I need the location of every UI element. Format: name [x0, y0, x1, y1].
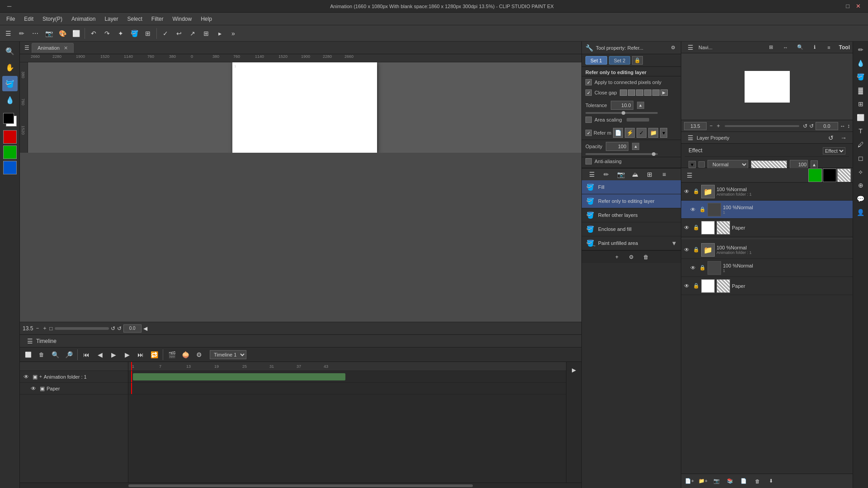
fill-option-enclose[interactable]: 🪣 Enclose and fill	[582, 222, 681, 236]
layer-item-anim-folder-1[interactable]: 👁 🔒 📁 100 %Normal Animation folder : 1	[681, 183, 853, 201]
nav-zoom-in-btn[interactable]: ＋	[716, 122, 721, 130]
toolbar-check1-button[interactable]: ✓	[159, 27, 172, 40]
menu-file[interactable]: File	[2, 14, 19, 23]
tool-hand-button[interactable]: ✋	[2, 60, 18, 75]
gap-seg-2[interactable]	[628, 89, 635, 96]
layer-item-normal-2[interactable]: 👁 🔒 100 %Normal 1	[681, 259, 853, 277]
nav-zoom-out-btn[interactable]: －	[708, 122, 714, 130]
stp-mountain-button[interactable]: ⛰	[629, 168, 642, 181]
layer-vis-paper-1[interactable]: 👁	[684, 225, 691, 231]
gap-seg-3[interactable]	[636, 89, 643, 96]
stp-settings2-button[interactable]: ⚙	[625, 251, 638, 263]
nav-icon-3[interactable]: 🔍	[794, 42, 807, 54]
toolbar-transform-button[interactable]: ⊞	[142, 27, 154, 40]
toolbar-brush-button[interactable]: ✏	[15, 27, 28, 40]
gap-seg-4[interactable]	[644, 89, 651, 96]
ll-green-swatch[interactable]	[808, 169, 822, 182]
tolerance-slider[interactable]	[585, 112, 658, 114]
tl-last-frame-button[interactable]: ⏭	[134, 348, 147, 361]
layer-vis-anim-folder-2[interactable]: 👁	[684, 247, 691, 253]
navigator-mini-view[interactable]	[745, 71, 790, 103]
nav-zoom-input[interactable]	[684, 122, 707, 130]
close-gap-checkbox[interactable]: ✓	[585, 89, 592, 96]
set1-button[interactable]: Set 1	[585, 56, 607, 65]
tool-eyedropper-button[interactable]: 💧	[2, 92, 18, 108]
blue-color-button[interactable]	[3, 161, 17, 174]
gap-seg-5[interactable]	[652, 89, 660, 96]
layer-color-box[interactable]	[698, 161, 705, 168]
layer-item-normal-1[interactable]: 👁 🔒 100 %Normal 1	[681, 201, 853, 219]
set2-button[interactable]: Set 2	[609, 56, 631, 65]
nav-icon-4[interactable]: ℹ	[808, 42, 821, 54]
playhead[interactable]	[131, 362, 132, 371]
stp-camera-button[interactable]: 📷	[614, 168, 627, 181]
menu-help[interactable]: Help	[196, 14, 217, 23]
ri-frame-btn[interactable]: ⬜	[854, 111, 867, 124]
layer-item-anim-folder-2[interactable]: 👁 🔒 📁 100 %Normal Animation folder : 1	[681, 241, 853, 259]
ri-eraser-btn[interactable]: ◻	[854, 152, 867, 164]
tl-first-frame-button[interactable]: ⏮	[80, 348, 93, 361]
menu-window[interactable]: Window	[168, 14, 196, 23]
nav-flip-h-btn[interactable]: ↔	[840, 123, 845, 129]
ri-text-btn[interactable]: T	[854, 125, 867, 137]
ll-new-folder-btn[interactable]: 📁+	[697, 475, 709, 488]
toolbar-expand-button[interactable]: ▸	[213, 27, 226, 40]
tl-delete-frame-button[interactable]: 🗑	[35, 348, 48, 361]
ri-person-btn[interactable]: 👤	[854, 206, 867, 219]
toolbar-camera-button[interactable]: 📷	[42, 27, 55, 40]
minimize-button[interactable]: ─	[5, 3, 14, 9]
layer-opacity-up[interactable]: ▲	[811, 160, 818, 169]
ll-stack-btn[interactable]: 📚	[724, 475, 736, 488]
stp-menu-button[interactable]: ☰	[585, 168, 598, 181]
toolbar-arrow-button[interactable]: ↗	[186, 27, 199, 40]
menu-edit[interactable]: Edit	[19, 14, 38, 23]
layer-vis-anim-folder-1[interactable]: 👁	[684, 188, 691, 195]
ri-pen-btn[interactable]: 🖊	[854, 138, 867, 151]
blend-mode-dropdown[interactable]: Normal	[708, 160, 748, 169]
refer-icon-3[interactable]: ✓	[637, 128, 646, 138]
zoom-slider[interactable]	[55, 327, 109, 330]
layer-lock-anim-folder-2[interactable]: 🔒	[693, 247, 699, 253]
refer-icon-1[interactable]: 📄	[613, 128, 623, 138]
track-add-1[interactable]: +	[39, 374, 42, 379]
tolerance-input[interactable]	[611, 101, 633, 110]
tool-zoom-button[interactable]: 🔍	[2, 43, 18, 59]
ll-trash-btn[interactable]: 🗑	[751, 475, 764, 488]
opacity-up-button[interactable]: ▲	[632, 143, 639, 150]
zoom-out-button[interactable]: －	[35, 324, 40, 332]
tl-onion-button[interactable]: 🧅	[179, 348, 192, 361]
tl-prev-frame-button[interactable]: ◀	[94, 348, 106, 361]
tl-next-frame-button[interactable]: ▶	[121, 348, 133, 361]
fill-option-fill[interactable]: 🪣 Fill	[582, 180, 681, 194]
refer-expand-button[interactable]: ▼	[660, 128, 667, 138]
nav-rotation-input[interactable]	[816, 122, 838, 130]
stp-more2-button[interactable]: ≡	[658, 168, 670, 181]
ll-menu-button[interactable]: ☰	[683, 169, 696, 182]
zoom-fit-button[interactable]: □	[49, 325, 52, 332]
nav-zoom-slider[interactable]	[725, 125, 799, 127]
fill-option-refer-editing[interactable]: 🪣 Refer only to editing layer	[582, 194, 681, 208]
effect-dropdown[interactable]: Effect	[823, 147, 845, 155]
layer-lock-normal-1[interactable]: 🔒	[699, 206, 706, 212]
ll-merge-btn[interactable]: ⬇	[764, 475, 777, 488]
ri-gradient-btn[interactable]: ▓	[854, 84, 867, 97]
ri-bucket-btn[interactable]: 🪣	[854, 70, 867, 83]
layer-vis-normal-1[interactable]: 👁	[690, 206, 698, 213]
tp-settings-button[interactable]: ⚙	[669, 44, 677, 52]
tl-add-track-button[interactable]: ▶	[568, 364, 580, 376]
rotation-input[interactable]	[123, 324, 142, 333]
fill-option-unfilled-expand[interactable]: ▼	[671, 240, 677, 246]
restore-button[interactable]: □	[843, 3, 852, 9]
tl-new-cel-button[interactable]: 🎬	[165, 348, 178, 361]
toolbar-star-button[interactable]: ✦	[114, 27, 127, 40]
zoom-in-button[interactable]: ＋	[42, 324, 47, 332]
layer-item-paper-2[interactable]: 👁 🔒 Paper	[681, 277, 853, 295]
toolbar-dot-button[interactable]: ⋯	[29, 27, 42, 40]
layer-vis-paper-2[interactable]: 👁	[684, 283, 691, 289]
tl-zoom-out-button[interactable]: 🔍	[49, 348, 61, 361]
ll-copy-btn[interactable]: 📄	[737, 475, 750, 488]
opacity-input[interactable]	[606, 142, 628, 151]
close-button[interactable]: ✕	[853, 3, 863, 9]
toolbar-redo-button[interactable]: ↷	[101, 27, 113, 40]
layer-lock-paper-2[interactable]: 🔒	[693, 283, 699, 289]
